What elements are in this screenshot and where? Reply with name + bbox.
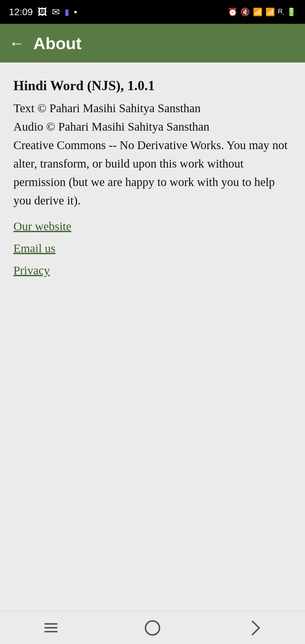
home-button[interactable] bbox=[141, 616, 164, 640]
back-nav-button[interactable] bbox=[242, 616, 266, 640]
home-icon bbox=[145, 620, 160, 636]
mail-icon: ✉ bbox=[52, 6, 60, 18]
alarm-icon: ⏰ bbox=[228, 7, 237, 17]
content-area: Hindi Word (NJS), 1.0.1 Text © Pahari Ma… bbox=[0, 62, 305, 611]
battery2-icon: 🔋 bbox=[287, 7, 296, 17]
description-text: Text © Pahari Masihi Sahitya Sansthan Au… bbox=[13, 99, 292, 210]
our-website-link[interactable]: Our website bbox=[13, 218, 292, 235]
status-right: ⏰ 🔇 📶 📶 Rᵢ 🔋 bbox=[228, 7, 296, 17]
recent-apps-button[interactable] bbox=[39, 616, 63, 640]
text-copyright: Text © Pahari Masihi Sahitya Sansthan bbox=[13, 101, 201, 115]
toolbar: ← About bbox=[0, 24, 305, 62]
privacy-link[interactable]: Privacy bbox=[13, 262, 292, 279]
audio-copyright: Audio © Pahari Masihi Sahitya Sansthan bbox=[13, 120, 209, 133]
signal2-icon: Rᵢ bbox=[278, 7, 284, 16]
wifi-icon: 📶 bbox=[253, 7, 262, 17]
back-chevron-icon bbox=[245, 620, 260, 635]
status-left: 12:09 🖼 ✉ ▮ • bbox=[9, 6, 77, 18]
dot-icon: • bbox=[74, 7, 77, 18]
battery-icon: ▮ bbox=[65, 7, 69, 17]
back-button[interactable]: ← bbox=[9, 34, 24, 52]
page-title: About bbox=[33, 34, 82, 53]
signal-icon: 📶 bbox=[265, 7, 275, 17]
mute-icon: 🔇 bbox=[240, 7, 250, 17]
status-bar: 12:09 🖼 ✉ ▮ • ⏰ 🔇 📶 📶 Rᵢ 🔋 bbox=[0, 0, 305, 24]
license-text: Creative Commons -- No Derivative Works.… bbox=[13, 138, 287, 207]
nav-bar bbox=[0, 611, 305, 644]
recent-icon bbox=[44, 623, 57, 632]
app-name: Hindi Word (NJS), 1.0.1 bbox=[13, 77, 292, 94]
gallery-icon: 🖼 bbox=[38, 7, 47, 18]
email-us-link[interactable]: Email us bbox=[13, 240, 292, 257]
time-display: 12:09 bbox=[9, 7, 33, 18]
